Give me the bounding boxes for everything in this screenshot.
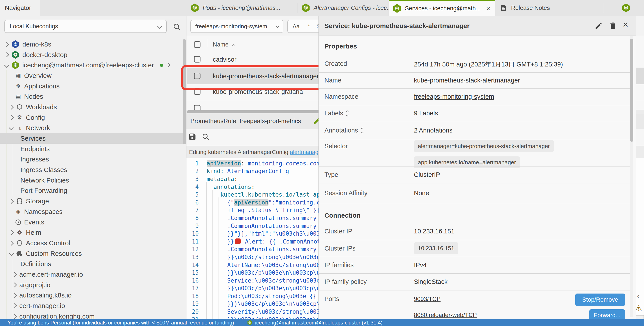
sidebar-item-overview[interactable]: ▦Overview bbox=[0, 70, 186, 81]
tab-release-notes[interactable]: Release Notes bbox=[495, 0, 604, 16]
chevron-right-icon[interactable] bbox=[166, 63, 171, 68]
drawer-scrollbar-thumb[interactable] bbox=[630, 38, 633, 142]
sidebar-item-applications[interactable]: ❖Applications bbox=[0, 81, 186, 92]
chevron-right-icon[interactable] bbox=[12, 282, 17, 288]
chevron-right-icon[interactable] bbox=[9, 199, 14, 204]
kubernetes-icon: ☸ bbox=[190, 4, 199, 12]
line-number: 8 bbox=[186, 215, 199, 221]
sidebar-item-configuration-konghq[interactable]: configuration.konghq.com bbox=[0, 311, 186, 319]
sidebar-item-events[interactable]: Events bbox=[0, 217, 186, 228]
chevron-right-icon[interactable] bbox=[4, 42, 9, 47]
property-value-created: 254d 17h 50m ago (2025年1月13日 GMT+8 1:25:… bbox=[414, 60, 563, 69]
property-label-annotations[interactable]: Annotations bbox=[324, 127, 363, 134]
property-value-labels: 9 Labels bbox=[414, 110, 438, 117]
expand-collapse-icon[interactable] bbox=[346, 111, 348, 116]
chevron-left-icon[interactable]: ‹ bbox=[637, 292, 640, 301]
close-icon[interactable]: × bbox=[623, 20, 628, 30]
chevron-right-icon[interactable] bbox=[12, 293, 17, 298]
service-details-drawer: Service: kube-prometheus-stack-alertmana… bbox=[318, 16, 636, 319]
tree-item-demo-k8s[interactable]: ☸demo-k8s bbox=[0, 39, 186, 50]
chevron-right-icon[interactable] bbox=[12, 272, 17, 277]
save-icon[interactable] bbox=[188, 132, 196, 141]
row-checkbox[interactable] bbox=[194, 56, 200, 62]
tree-item-label: Access Control bbox=[26, 239, 70, 247]
edit-pencil-icon[interactable] bbox=[595, 22, 603, 30]
sidebar-item-argoproj[interactable]: argoproj.io bbox=[0, 280, 186, 290]
sidebar-item-port-forwarding[interactable]: Port Forwarding bbox=[0, 186, 186, 196]
line-number: 6 bbox=[186, 199, 199, 206]
code-text: .CommonAnnotations.summary }} bbox=[206, 246, 327, 252]
chevron-down-icon[interactable] bbox=[9, 126, 14, 130]
sidebar-item-ingresses[interactable]: Ingresses bbox=[0, 154, 186, 165]
sidebar-item-access-control[interactable]: Access Control bbox=[0, 238, 186, 248]
sidebar-scrollbar[interactable] bbox=[183, 39, 186, 144]
sidebar-item-autoscaling[interactable]: autoscaling.k8s.io bbox=[0, 290, 186, 301]
sidebar-item-network[interactable]: ↑↓Network bbox=[0, 123, 186, 134]
property-label-labels[interactable]: Labels bbox=[324, 110, 348, 117]
line-number: 14 bbox=[186, 262, 199, 268]
chevron-right-icon[interactable] bbox=[9, 241, 14, 246]
chevron-down-icon[interactable] bbox=[9, 251, 14, 256]
chevron-right-icon[interactable] bbox=[9, 230, 14, 235]
chevron-right-icon[interactable] bbox=[4, 52, 9, 57]
regex-toggle[interactable]: .* bbox=[306, 23, 310, 30]
table-row-cadvisor[interactable]: cadvisor bbox=[213, 56, 236, 63]
breadcrumb-text: Editing kubernetes AlertmanagerConfig bbox=[189, 149, 290, 156]
sidebar-item-cert-manager[interactable]: cert-manager.io bbox=[0, 300, 186, 311]
tree-item-docker-desktop[interactable]: ☸docker-desktop bbox=[0, 50, 186, 60]
storage-icon bbox=[16, 198, 23, 204]
chevron-right-icon[interactable] bbox=[12, 314, 17, 319]
tree-item-label: Overview bbox=[24, 72, 52, 80]
stop-remove-button[interactable]: Stop/Remove bbox=[575, 294, 625, 306]
sidebar-item-nodes[interactable]: ▤Nodes bbox=[0, 91, 186, 102]
chevron-right-icon[interactable] bbox=[9, 105, 14, 110]
search-icon[interactable] bbox=[173, 23, 181, 31]
row-divider bbox=[319, 122, 630, 122]
sidebar-item-workloads[interactable]: Workloads bbox=[0, 102, 186, 112]
line-number: 19 bbox=[186, 300, 199, 307]
chevron-right-icon[interactable] bbox=[9, 115, 14, 120]
expand-collapse-icon[interactable] bbox=[361, 128, 363, 133]
column-header-name[interactable]: Name bbox=[213, 41, 235, 48]
sidebar-item-acme-cert-manager[interactable]: acme.cert-manager.io bbox=[0, 269, 186, 280]
sidebar-item-helm[interactable]: ☸Helm bbox=[0, 227, 186, 238]
tab-pods[interactable]: ☸ Pods - icecheng@mathmas... bbox=[186, 0, 297, 16]
chevron-right-icon[interactable] bbox=[12, 304, 17, 308]
namespace-link[interactable]: freeleaps-monitoring-system bbox=[414, 93, 494, 100]
row-divider bbox=[319, 257, 630, 257]
tree-item-label: Nodes bbox=[24, 93, 43, 100]
sidebar-item-namespaces[interactable]: ◈Namespaces bbox=[0, 206, 186, 217]
chevron-down-icon[interactable] bbox=[4, 63, 9, 68]
search-icon[interactable] bbox=[202, 133, 210, 141]
tab-label: Release Notes bbox=[511, 4, 550, 12]
tree-item-label: Events bbox=[24, 218, 44, 226]
tree-item-label: Namespaces bbox=[24, 208, 62, 216]
sidebar-item-network-policies[interactable]: Network Policies bbox=[0, 175, 186, 186]
applications-icon: ❖ bbox=[14, 83, 22, 90]
section-heading-connection: Connection bbox=[324, 212, 360, 219]
sidebar-item-storage[interactable]: Storage bbox=[0, 196, 186, 206]
forward-button[interactable]: Forward... bbox=[590, 309, 625, 319]
port-link-8080-reloader-web[interactable]: 8080:reloader-web/TCP bbox=[414, 312, 477, 318]
tree-item-freeleaps-cluster[interactable]: ☸icecheng@mathmast.com@freeleaps-cluster bbox=[0, 60, 186, 70]
tab-services[interactable]: ☸ Services - icecheng@math... × bbox=[389, 0, 495, 16]
column-header-label: Name bbox=[213, 41, 228, 48]
select-all-checkbox[interactable] bbox=[194, 41, 200, 48]
tab-alertmanager-configs[interactable]: ☸ Alertmanager Configs - icec... bbox=[298, 0, 389, 16]
sidebar-item-config[interactable]: ⚙Config bbox=[0, 112, 186, 123]
tab-close-icon[interactable]: × bbox=[486, 5, 490, 12]
sidebar-item-services[interactable]: Services bbox=[0, 133, 186, 144]
namespace-select[interactable]: freeleaps-monitoring-system bbox=[190, 20, 284, 33]
match-case-toggle[interactable]: Aa bbox=[292, 23, 300, 30]
sidebar-item-definitions[interactable]: Definitions bbox=[0, 259, 186, 269]
sidebar-item-custom-resources[interactable]: Custom Resources bbox=[0, 248, 186, 259]
kubernetes-icon[interactable]: ☸ bbox=[622, 4, 630, 12]
kubeconfig-select[interactable]: Local Kubeconfigs bbox=[4, 20, 167, 33]
row-divider bbox=[319, 273, 630, 274]
delete-trash-icon[interactable] bbox=[609, 21, 617, 30]
sidebar-item-endpoints[interactable]: Endpoints bbox=[0, 144, 186, 154]
toolbar-divider bbox=[199, 131, 200, 142]
port-link-9093[interactable]: 9093/TCP bbox=[414, 296, 441, 302]
tree-item-label: demo-k8s bbox=[22, 40, 51, 48]
sidebar-item-ingress-classes[interactable]: Ingress Classes bbox=[0, 164, 186, 175]
